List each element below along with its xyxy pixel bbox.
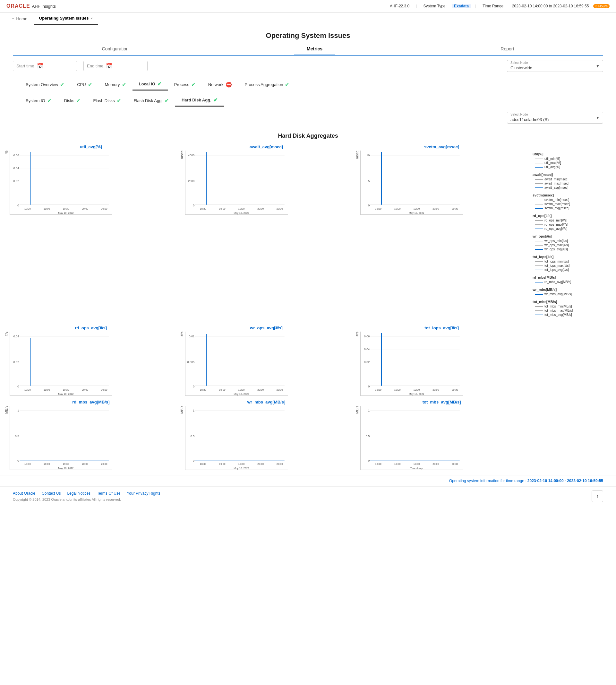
svg-text:19:00: 19:00 xyxy=(44,463,50,466)
node-select2[interactable]: Select Node adcs11celadm03 (S) ▼ xyxy=(507,112,603,124)
svg-text:18:30: 18:30 xyxy=(375,207,381,210)
end-time-calendar-icon[interactable]: 📅 xyxy=(106,63,112,69)
footer-privacy[interactable]: Your Privacy Rights xyxy=(127,491,160,496)
chart-tot-iops-avg-ylabel: #/s xyxy=(355,331,359,340)
legend-line-util-max xyxy=(535,163,543,164)
legend-line-util-min xyxy=(535,158,543,159)
metric-flash-disks[interactable]: Flash Disks ✔ xyxy=(87,95,127,106)
node-select-dropdown-icon[interactable]: ▼ xyxy=(596,64,600,68)
header-right: AHF-22.3.0 | System Type : Exadata | Tim… xyxy=(388,4,610,8)
legend-line-wr-ops-max xyxy=(535,245,543,245)
svg-text:20:00: 20:00 xyxy=(82,388,88,391)
chart-svctm-avg-title: svctm_avg[msec] xyxy=(424,145,459,149)
metric-flash-disk-agg[interactable]: Flash Disk Agg. ✔ xyxy=(127,95,175,106)
svg-text:18:30: 18:30 xyxy=(200,463,206,466)
metric-memory-badge: ✔ xyxy=(122,82,126,88)
svg-text:0.01: 0.01 xyxy=(189,335,194,338)
svg-text:0: 0 xyxy=(368,459,370,462)
legend-line-tot-mbs-min xyxy=(535,306,543,307)
svg-text:20:00: 20:00 xyxy=(433,388,439,391)
svg-text:20:30: 20:30 xyxy=(277,207,283,210)
svg-text:20:30: 20:30 xyxy=(452,388,458,391)
tab-close-icon[interactable]: × xyxy=(91,16,93,20)
svg-text:0.02: 0.02 xyxy=(364,361,370,364)
version-label: AHF-22.3.0 xyxy=(388,4,411,8)
footer-legal[interactable]: Legal Notices xyxy=(67,491,90,496)
svg-text:19:00: 19:00 xyxy=(219,388,225,391)
svg-text:0.5: 0.5 xyxy=(190,435,194,438)
chart-wr-mbs-avg-ylabel: MB/s xyxy=(180,406,184,417)
svg-text:19:00: 19:00 xyxy=(219,463,225,466)
svg-text:18:30: 18:30 xyxy=(200,388,206,391)
metric-system-overview-label: System Overview xyxy=(26,82,58,87)
legend-line-tot-mbs-avg xyxy=(535,315,543,315)
svg-text:18:30: 18:30 xyxy=(24,463,31,466)
svg-text:19:30: 19:30 xyxy=(63,207,69,210)
legend-group-svctm: svctm[msec] svctm_min[msec] svctm_max[ms… xyxy=(533,193,610,210)
footer-contact[interactable]: Contact Us xyxy=(42,491,61,496)
metric-network[interactable]: Network ⛔ xyxy=(202,79,238,90)
svg-text:20:00: 20:00 xyxy=(257,207,264,210)
svg-text:0.5: 0.5 xyxy=(366,435,370,438)
chart-await-avg-ylabel: msec xyxy=(180,151,184,162)
footer-links: About Oracle Contact Us Legal Notices Te… xyxy=(0,486,616,506)
legend-line-util-avg xyxy=(535,167,543,168)
tab-os-issues[interactable]: Operating System Issues × xyxy=(34,13,98,25)
tab-metrics[interactable]: Metrics xyxy=(294,43,335,56)
legend-line-wr-ops-min xyxy=(535,241,543,241)
node-select[interactable]: Select Node Clusterwide ▼ xyxy=(507,60,603,72)
charts-row-3-inner: rd_mbs_avg[MB/s] MB/s 1 0.5 0 18:30 19:0… xyxy=(3,398,529,472)
metric-flash-disk-agg-badge: ✔ xyxy=(164,98,169,104)
page-title: Operating System Issues xyxy=(0,25,616,43)
legend-item-wr-ops-min: wr_ops_min[#/s] xyxy=(533,239,610,243)
metric-network-label: Network xyxy=(208,82,224,87)
end-time-input[interactable]: End time 📅 xyxy=(83,61,148,71)
metric-process[interactable]: Process ✔ xyxy=(168,79,202,90)
legend-group-rd-mbs-title: rd_mbs[MB/s] xyxy=(533,275,610,279)
svg-text:0: 0 xyxy=(193,385,194,388)
metric-process-aggregation[interactable]: Process Aggregation ✔ xyxy=(238,79,296,90)
start-time-input[interactable]: Start time 📅 xyxy=(13,61,77,71)
metric-local-io[interactable]: Local IO ✔ xyxy=(132,78,168,90)
metric-cpu[interactable]: CPU ✔ xyxy=(71,79,98,90)
legend-group-wr-mbs: wr_mbs[MB/s] wr_mbs_avg[MB/s] xyxy=(533,287,610,296)
svg-text:20:30: 20:30 xyxy=(101,463,108,466)
legend-item-util-avg: util_avg[%] xyxy=(533,165,610,169)
metric-disks[interactable]: Disks ✔ xyxy=(58,95,87,106)
chart-await-avg: await_avg[msec] msec 4000 2000 0 18:30 1… xyxy=(179,143,354,324)
chart-wr-mbs-avg-title: wr_mbs_avg[MB/s] xyxy=(247,400,285,404)
scroll-to-top-button[interactable]: ↑ xyxy=(592,491,603,502)
metric-process-label: Process xyxy=(174,82,189,87)
tab-home[interactable]: ⌂ Home xyxy=(6,13,32,24)
svg-text:20:00: 20:00 xyxy=(257,388,264,391)
header-left: ORACLE AHF Insights xyxy=(6,3,56,9)
chart-util-avg: util_avg[%] % 0.06 0.04 0.02 0 xyxy=(3,143,179,324)
node-select2-dropdown-icon[interactable]: ▼ xyxy=(596,115,600,120)
footer-about[interactable]: About Oracle xyxy=(13,491,35,496)
metric-hard-disk-agg[interactable]: Hard Disk Agg. ✔ xyxy=(175,94,224,107)
tab-home-label: Home xyxy=(16,16,27,21)
legend-line-tot-iops-avg xyxy=(535,270,543,270)
metric-system-overview[interactable]: System Overview ✔ xyxy=(19,79,71,90)
svg-text:0: 0 xyxy=(368,385,370,388)
svg-text:May 10, 2022: May 10, 2022 xyxy=(409,392,425,395)
footer-terms[interactable]: Terms Of Use xyxy=(97,491,120,496)
chart-util-avg-title: util_avg[%] xyxy=(80,145,102,149)
metric-local-io-label: Local IO xyxy=(139,82,155,86)
svg-text:0: 0 xyxy=(193,204,194,207)
svg-text:18:30: 18:30 xyxy=(24,388,31,391)
footer-copyright: Copyright © 2014, 2023 Oracle and/or its… xyxy=(13,497,160,501)
tab-configuration[interactable]: Configuration xyxy=(89,43,141,55)
chart-await-avg-svg: 4000 2000 0 18:30 19:00 19:30 20:00 20:3… xyxy=(185,151,288,215)
metric-system-io[interactable]: System IO ✔ xyxy=(19,95,58,106)
legend-line-tot-iops-min xyxy=(535,261,543,262)
metric-memory-label: Memory xyxy=(105,82,120,87)
svg-text:19:30: 19:30 xyxy=(238,388,244,391)
legend-item-svctm-max: svctm_max[msec] xyxy=(533,202,610,206)
metric-flash-disk-agg-label: Flash Disk Agg. xyxy=(134,98,163,103)
tab-report[interactable]: Report xyxy=(488,43,527,55)
chart-rd-mbs-avg-svg: 1 0.5 0 18:30 19:00 19:30 20:00 20:30 Ma… xyxy=(9,406,112,470)
metric-memory[interactable]: Memory ✔ xyxy=(98,79,132,90)
nav-tabs: ⌂ Home Operating System Issues × xyxy=(0,13,616,25)
start-time-calendar-icon[interactable]: 📅 xyxy=(37,63,43,69)
